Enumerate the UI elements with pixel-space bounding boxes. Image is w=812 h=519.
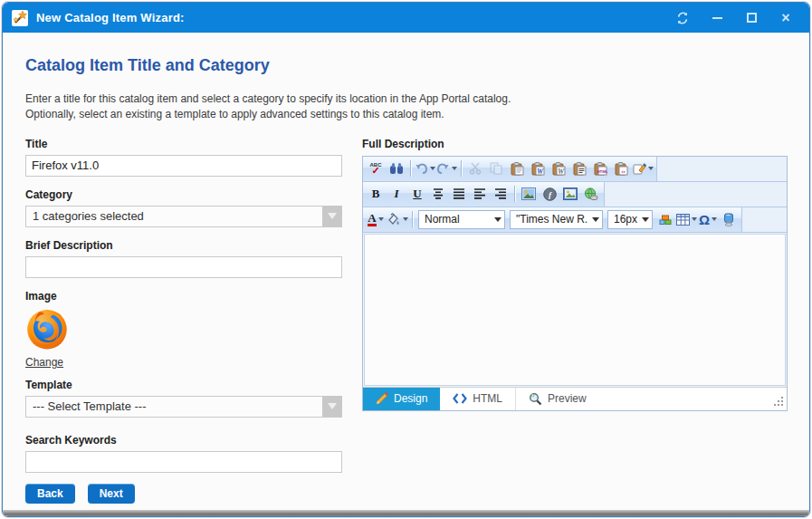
paragraph-style-select[interactable]: Normal [418,210,505,229]
link-manager-icon[interactable] [581,184,601,204]
font-family-value: "Times New R... [516,213,588,226]
paragraph-style-value: Normal [425,213,491,226]
insert-symbol-dropdown-arrow[interactable] [712,217,717,221]
category-dropdown[interactable]: 1 categories selected [25,206,342,227]
underline-icon[interactable]: U [407,184,427,204]
title-input[interactable] [25,155,342,177]
brief-description-input[interactable] [25,256,342,278]
tab-preview[interactable]: Preview [516,388,599,410]
find-icon[interactable] [387,159,406,178]
format-stripper-dropdown-arrow[interactable] [648,167,654,170]
full-description-label: Full Description [362,138,788,150]
svg-text:W: W [557,167,564,175]
tab-design[interactable]: Design [363,388,440,410]
insert-symbol-icon[interactable]: Ω [698,209,718,229]
bold-icon[interactable]: B [366,184,386,204]
template-dropdown-value: --- Select Template --- [26,399,322,413]
magnifier-icon [529,392,542,406]
paste-from-word-no-styles-icon[interactable]: W [549,159,568,178]
chevron-down-icon [494,217,502,222]
undo-icon[interactable] [415,159,435,178]
template-manager-icon[interactable] [719,209,739,229]
pencil-icon [376,392,388,405]
toolbar-separator [412,211,413,227]
tab-preview-label: Preview [548,392,587,405]
undo-dropdown-arrow[interactable] [430,167,435,170]
align-left-icon[interactable] [470,184,490,204]
code-brackets-icon [453,393,467,404]
svg-text:W: W [536,167,543,175]
refresh-button[interactable] [675,11,690,25]
font-color-icon[interactable]: A [366,209,386,229]
paste-icon[interactable] [507,159,527,178]
minimize-icon [712,17,722,19]
app-wizard-icon [12,10,28,26]
paste-from-word-icon[interactable]: W [528,159,548,178]
editor-resize-grip[interactable] [772,395,783,406]
spellcheck-icon[interactable]: ABC ✓ [366,159,386,178]
search-keywords-input[interactable] [25,451,342,473]
paste-as-html-icon[interactable]: HTML [590,159,610,178]
tab-html-label: HTML [473,392,502,405]
font-size-select[interactable]: 16px [607,210,653,229]
category-label: Category [25,188,342,201]
font-color-dropdown-arrow[interactable] [378,217,384,221]
format-stripper-icon[interactable] [632,159,654,178]
editor-toolbar-row-1: ABC ✓ [363,157,657,181]
justify-icon[interactable] [449,184,469,204]
chevron-down-icon [592,217,599,222]
tab-design-label: Design [394,392,427,405]
svg-text:‹›: ‹› [621,168,625,174]
change-image-link[interactable]: Change [25,356,63,369]
wizard-footer: Back Next [25,484,135,504]
firefox-logo-image [25,307,69,351]
minimize-button[interactable] [710,11,724,25]
search-keywords-label: Search Keywords [25,434,342,447]
maximize-button[interactable] [744,11,759,25]
italic-icon[interactable]: I [387,184,406,204]
editor-content-area[interactable] [364,234,786,386]
page-title: Catalog Item Title and Category [25,56,787,75]
toolbar-separator [514,186,515,202]
paste-plain-text-icon[interactable] [569,159,589,178]
align-right-icon[interactable] [491,184,511,204]
template-dropdown[interactable]: --- Select Template --- [25,396,342,418]
close-icon: × [781,11,789,25]
wizard-window: New Catalog Item Wizard: × Catalog Item … [2,2,810,517]
close-button[interactable]: × [779,11,793,25]
background-color-dropdown-arrow[interactable] [403,217,408,221]
module-manager-icon[interactable] [655,209,675,229]
template-label: Template [25,379,342,391]
paste-markup-icon[interactable]: ‹› [611,159,631,178]
flash-manager-icon[interactable]: f [540,184,559,204]
copy-icon[interactable] [486,159,506,178]
tab-html[interactable]: HTML [440,388,516,410]
redo-dropdown-arrow[interactable] [452,167,457,170]
insert-table-dropdown-arrow[interactable] [692,217,697,221]
editor-toolbar-row-3: A Normal "Times New R [363,207,742,232]
template-dropdown-button[interactable] [322,397,341,417]
next-button[interactable]: Next [88,484,135,504]
cut-icon[interactable] [465,159,485,178]
toolbar-separator [410,160,411,177]
image-manager-icon[interactable] [519,184,539,204]
category-dropdown-button[interactable] [322,207,341,226]
font-family-select[interactable]: "Times New R... [510,210,603,229]
back-button[interactable]: Back [25,484,75,504]
svg-text:HTML: HTML [597,169,607,174]
titlebar: New Catalog Item Wizard: × [3,3,809,33]
media-manager-icon[interactable] [560,184,580,204]
chevron-down-icon [642,217,649,222]
chevron-down-icon [328,403,337,409]
brief-description-label: Brief Description [25,239,342,252]
redo-icon[interactable] [436,159,457,178]
editor-toolbar-row-2: B I U [363,182,605,207]
intro-text: Enter a title for this catalog item and … [25,91,787,123]
intro-line-2: Optionally, select an existing a templat… [25,107,787,122]
insert-table-icon[interactable] [676,209,697,229]
rich-text-editor: ABC ✓ [362,156,788,411]
intro-line-1: Enter a title for this catalog item and … [25,91,787,107]
align-center-icon[interactable] [428,184,448,204]
background-color-icon[interactable] [387,209,408,229]
font-size-value: 16px [614,213,638,226]
